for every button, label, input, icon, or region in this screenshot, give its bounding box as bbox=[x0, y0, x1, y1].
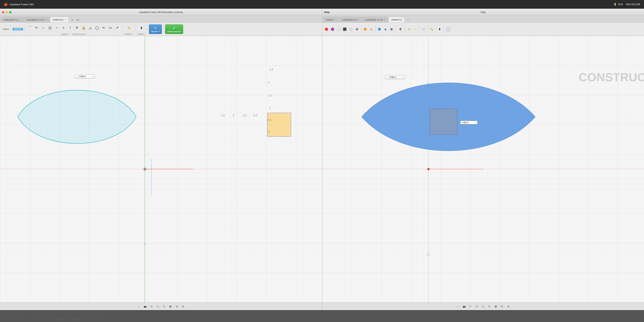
inspect-label[interactable]: INSPECT ▾ bbox=[124, 33, 134, 35]
apple-menu-icon[interactable]: 🍎 bbox=[4, 2, 8, 6]
rt-btn18[interactable]: ↖ bbox=[445, 24, 452, 34]
right-zoom-out-btn[interactable]: ⊟ bbox=[487, 304, 492, 309]
right-home-btn[interactable]: ⌂ bbox=[456, 304, 460, 309]
inspect-icon-btn[interactable]: 📏 bbox=[126, 23, 132, 33]
left-max-btn[interactable] bbox=[9, 11, 12, 14]
offset-tool[interactable]: ◫ bbox=[47, 23, 53, 32]
right-camera-btn[interactable]: 📷 bbox=[462, 304, 466, 309]
right-tab-0-close[interactable]: ✕ bbox=[335, 18, 336, 21]
rt-btn7[interactable]: 🔶 bbox=[362, 24, 368, 34]
rt-icon5: ⬚ bbox=[350, 28, 352, 31]
modify-label[interactable]: MODIFY ▾ bbox=[61, 33, 69, 35]
ellipse-tool[interactable]: ◯ bbox=[94, 23, 100, 32]
right-tab-0[interactable]: Untitled* ✕ bbox=[323, 17, 339, 22]
right-input-field[interactable] bbox=[390, 76, 402, 78]
arc-tool[interactable]: ⌒ bbox=[27, 23, 33, 32]
rt-btn17[interactable]: ⬇ bbox=[437, 24, 442, 34]
left-tab-1[interactable]: LeafLight01 v1*(1) ✕ bbox=[24, 17, 50, 22]
rect-tool[interactable]: ▭ bbox=[107, 23, 114, 32]
left-tab-1-close[interactable]: ✕ bbox=[46, 18, 47, 21]
left-display-btn[interactable]: ▣ bbox=[168, 304, 173, 309]
left-tab-2-label: Untitled*(1) bbox=[52, 18, 63, 21]
left-tab-2[interactable]: Untitled*(1) ✕ bbox=[50, 17, 69, 22]
right-input-dropdown2[interactable]: ▾ bbox=[475, 122, 476, 124]
rt-btn3[interactable]: ⬜ bbox=[336, 24, 342, 34]
circle-tool[interactable]: ○ bbox=[54, 23, 60, 32]
left-tab-extra[interactable]: ⟳ bbox=[76, 18, 80, 22]
left-axis-label-15: 1.5 bbox=[268, 94, 272, 97]
left-input-field[interactable] bbox=[79, 75, 91, 78]
rt-btn16[interactable]: 📏 bbox=[429, 24, 434, 34]
right-tab-3[interactable]: Untitled*(1) bbox=[388, 17, 404, 22]
right-tab-1[interactable]: LeafLight01*(1) ✕ bbox=[339, 17, 362, 22]
rt-btn13[interactable]: ★ bbox=[407, 24, 412, 34]
right-tab-2-close[interactable]: ✕ bbox=[384, 18, 386, 21]
rt-btn14[interactable]: ☆ bbox=[413, 24, 418, 34]
left-grid-btn[interactable]: ⊞ bbox=[174, 304, 179, 309]
right-dimension-input2[interactable]: ▾ bbox=[460, 121, 478, 124]
left-appearance-btn[interactable]: ◈ bbox=[181, 304, 186, 309]
line-tool[interactable]: / bbox=[67, 23, 74, 32]
insert-icon-btn[interactable]: ⬇ bbox=[138, 23, 144, 33]
insert-label[interactable]: INSERT ▾ bbox=[138, 33, 145, 35]
curve-tool[interactable]: ⌣ bbox=[40, 23, 46, 32]
left-window-controls bbox=[2, 11, 12, 14]
left-tab-2-close[interactable]: ✕ bbox=[64, 18, 66, 21]
constraints-label[interactable]: CONSTRAINTS ▾ bbox=[72, 33, 86, 35]
left-window: Autodesk Fusion 360 (Education License) … bbox=[0, 9, 322, 310]
rt-btn5[interactable]: ⬚ bbox=[348, 24, 354, 34]
right-dimension-input[interactable]: ▢ ▾ bbox=[385, 75, 405, 79]
left-camera-btn[interactable]: 📷 bbox=[143, 304, 148, 309]
left-axis-label-1: 1 bbox=[269, 106, 271, 110]
rt-btn12[interactable]: ✛ bbox=[397, 24, 404, 34]
right-display-btn[interactable]: ▣ bbox=[493, 304, 498, 309]
right-tab-1-close[interactable]: ✕ bbox=[358, 18, 360, 21]
cut-tool[interactable]: ✂ bbox=[34, 23, 40, 32]
right-grid-btn[interactable]: ⊞ bbox=[500, 304, 504, 309]
triangle-tool[interactable]: △ bbox=[87, 23, 94, 32]
rt-icon14: ☆ bbox=[414, 28, 417, 31]
left-close-btn[interactable] bbox=[2, 11, 4, 14]
trim-tool[interactable]: ✂ bbox=[100, 23, 107, 32]
equals-tool[interactable]: = bbox=[60, 23, 67, 32]
right-appearance-btn[interactable]: ◈ bbox=[506, 304, 510, 309]
rt-btn15[interactable]: ⬡ bbox=[421, 24, 426, 34]
rt-btn1[interactable]: 🔴 bbox=[324, 24, 329, 34]
lock-tool[interactable]: 🔒 bbox=[80, 23, 87, 32]
rt-btn2[interactable]: 🟣 bbox=[330, 24, 336, 34]
arrow-tool[interactable]: ↗ bbox=[114, 23, 120, 32]
right-input-dropdown[interactable]: ▾ bbox=[402, 76, 403, 78]
left-home-btn[interactable]: ⌂ bbox=[136, 304, 141, 309]
finish-sketch-btn[interactable]: ✓ FINISH SKETCH bbox=[165, 24, 183, 34]
left-zoom-fit-btn[interactable]: ⊡ bbox=[149, 304, 154, 309]
select-btn[interactable]: ↖ SELECT ▾ bbox=[149, 24, 162, 34]
select-group: ↖ SELECT ▾ bbox=[149, 24, 162, 34]
right-window-title: Help bbox=[481, 11, 486, 14]
lock-icon: 🔒 bbox=[82, 26, 86, 30]
rt-icon12: ✛ bbox=[399, 27, 402, 31]
right-zoom-in-btn[interactable]: 🔍 bbox=[481, 304, 485, 309]
cross-tool[interactable]: ✕ bbox=[74, 23, 80, 32]
left-tab-add[interactable]: + bbox=[70, 18, 74, 22]
rt-btn9[interactable]: 🔷 bbox=[377, 24, 382, 34]
sep5 bbox=[147, 25, 148, 33]
rt-sep2 bbox=[375, 25, 376, 33]
right-tab-2[interactable]: LeafLight01 v1*(1) ✕ bbox=[362, 17, 388, 22]
left-zoom-out-btn[interactable]: 🔍 bbox=[162, 304, 166, 309]
left-tab-0-close[interactable]: ✕ bbox=[19, 18, 21, 21]
left-min-btn[interactable] bbox=[6, 11, 8, 14]
rt-btn8[interactable]: ◈ bbox=[368, 24, 374, 34]
right-tab-expand[interactable]: › bbox=[406, 18, 410, 22]
rt-btn4[interactable]: ⬛ bbox=[342, 24, 348, 34]
right-zoom-fit-btn[interactable]: ⊡ bbox=[474, 304, 479, 309]
left-zoom-in-btn[interactable]: 🔍 bbox=[156, 304, 160, 309]
rt-btn11[interactable]: ⊞ bbox=[389, 24, 394, 34]
right-orbit-btn[interactable]: ↻ bbox=[468, 304, 473, 309]
rt-btn6[interactable]: ⊕ bbox=[354, 24, 360, 34]
right-input-field2[interactable] bbox=[462, 121, 474, 124]
left-dimension-input[interactable]: ▢ ▾ bbox=[75, 74, 95, 78]
left-input-dropdown[interactable]: ▾ bbox=[92, 75, 93, 78]
rt-icon17: ⬇ bbox=[438, 28, 441, 31]
left-tab-0[interactable]: LeafLight01*(1) ✕ bbox=[1, 17, 24, 22]
rt-btn10[interactable]: ◆ bbox=[383, 24, 388, 34]
